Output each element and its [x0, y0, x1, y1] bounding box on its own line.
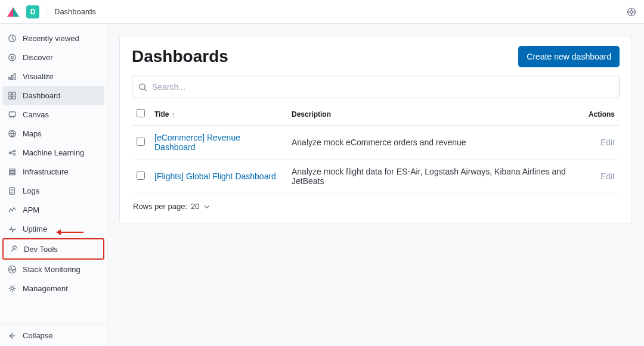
breadcrumb[interactable]: Dashboards [54, 7, 96, 16]
svg-rect-22 [9, 173, 14, 174]
sidebar-item-label: Management [23, 284, 68, 293]
sidebar-item-recently-viewed[interactable]: Recently viewed [2, 29, 104, 48]
table-row: [eCommerce] Revenue DashboardAnalyze moc… [132, 126, 620, 160]
svg-point-18 [13, 150, 15, 152]
svg-line-27 [11, 248, 14, 251]
sidebar-item-infrastructure[interactable]: Infrastructure [2, 162, 104, 181]
logs-icon [7, 186, 17, 195]
edit-link[interactable]: Edit [600, 172, 615, 181]
sidebar-item-label: Machine Learning [23, 148, 84, 157]
svg-rect-11 [8, 92, 11, 95]
sidebar-item-label: Logs [23, 186, 39, 195]
table-row: [Flights] Global Flight DashboardAnalyze… [132, 160, 620, 194]
svg-point-7 [8, 54, 15, 60]
sidebar-item-label: Canvas [23, 110, 49, 119]
sidebar-item-label: Dashboard [23, 91, 61, 100]
svg-rect-21 [9, 171, 14, 173]
svg-point-19 [13, 153, 15, 155]
sidebar-item-visualize[interactable]: Visualize [2, 67, 104, 86]
select-all-checkbox[interactable] [137, 109, 145, 117]
pager-value: 20 [191, 202, 199, 211]
kibana-logo-icon[interactable] [7, 6, 19, 18]
dashboards-table: Title↑ Description Actions [eCommerce] R… [132, 103, 620, 194]
pager-label: Rows per page: [133, 202, 187, 211]
recently-viewed-icon [7, 33, 17, 43]
sidebar-item-label: Stack Monitoring [23, 265, 80, 274]
sidebar-item-dashboard[interactable]: Dashboard [2, 86, 104, 105]
sidebar-item-stack-monitoring[interactable]: Stack Monitoring [2, 260, 104, 279]
devtools-icon [8, 244, 18, 254]
search-input[interactable] [152, 82, 613, 92]
create-dashboard-button[interactable]: Create new dashboard [518, 46, 620, 67]
sidebar-item-uptime[interactable]: Uptime [2, 219, 104, 238]
search-box[interactable] [132, 76, 620, 98]
svg-line-32 [144, 89, 147, 91]
sidebar-item-label: Recently viewed [23, 34, 79, 43]
search-icon [138, 83, 147, 92]
sidebar-item-discover[interactable]: Discover [2, 48, 104, 67]
sidebar-item-canvas[interactable]: Canvas [2, 105, 104, 124]
uptime-icon [7, 224, 17, 233]
svg-rect-20 [9, 169, 14, 170]
sidebar-item-devtools[interactable]: Dev Tools [2, 238, 104, 260]
row-checkbox[interactable] [137, 138, 145, 146]
row-checkbox[interactable] [137, 172, 145, 180]
sidebar-item-label: Infrastructure [23, 167, 69, 176]
column-description: Description [292, 110, 331, 119]
sidebar-item-maps[interactable]: Maps [2, 124, 104, 143]
management-icon [7, 283, 17, 293]
sidebar-item-logs[interactable]: Logs [2, 181, 104, 200]
sort-asc-icon[interactable]: ↑ [171, 111, 175, 118]
divider [47, 5, 47, 18]
collapse-button[interactable]: Collapse [0, 325, 107, 346]
svg-rect-8 [8, 77, 10, 79]
sidebar-item-label: Visualize [23, 72, 54, 81]
svg-rect-15 [9, 111, 15, 116]
rows-per-page[interactable]: Rows per page: 20 [132, 194, 620, 212]
column-title[interactable]: Title [154, 110, 169, 119]
chevron-down-icon [203, 203, 210, 210]
help-icon[interactable] [626, 7, 637, 17]
arrow-left-icon [7, 332, 17, 340]
apm-icon [7, 205, 17, 214]
dashboard-description: Analyze mock eCommerce orders and revenu… [292, 138, 466, 147]
svg-point-29 [11, 287, 13, 289]
sidebar-item-label: Uptime [23, 225, 47, 233]
ml-icon [7, 148, 17, 157]
infrastructure-icon [7, 167, 17, 176]
canvas-icon [7, 110, 17, 119]
content-area: Dashboards Create new dashboard Title↑ D… [107, 24, 644, 346]
dashboard-icon [7, 91, 17, 100]
dashboard-title-link[interactable]: [eCommerce] Revenue Dashboard [154, 133, 240, 152]
sidebar: Recently viewedDiscoverVisualizeDashboar… [0, 24, 107, 346]
svg-point-31 [140, 83, 145, 89]
svg-rect-9 [11, 75, 13, 79]
visualize-icon [7, 71, 17, 81]
sidebar-item-label: APM [23, 205, 39, 214]
svg-rect-12 [13, 92, 16, 95]
dashboards-panel: Dashboards Create new dashboard Title↑ D… [119, 36, 632, 223]
maps-icon [7, 129, 17, 138]
discover-icon [7, 52, 17, 62]
app-badge[interactable]: D [26, 5, 39, 18]
dashboard-description: Analyze mock flight data for ES-Air, Log… [292, 167, 566, 186]
stack-monitoring-icon [7, 264, 17, 274]
svg-rect-10 [14, 73, 15, 79]
sidebar-item-management[interactable]: Management [2, 279, 104, 298]
svg-rect-14 [13, 96, 16, 99]
sidebar-item-label: Maps [23, 129, 42, 138]
column-actions: Actions [589, 110, 615, 119]
sidebar-item-label: Discover [23, 53, 53, 62]
dashboard-title-link[interactable]: [Flights] Global Flight Dashboard [154, 172, 276, 181]
svg-rect-13 [8, 96, 11, 99]
edit-link[interactable]: Edit [600, 138, 615, 147]
top-bar: D Dashboards [0, 0, 644, 24]
sidebar-item-label: Dev Tools [24, 245, 58, 254]
collapse-label: Collapse [23, 331, 53, 340]
page-title: Dashboards [132, 47, 228, 66]
svg-point-17 [9, 152, 11, 154]
sidebar-item-apm[interactable]: APM [2, 200, 104, 219]
svg-point-1 [630, 10, 633, 13]
sidebar-item-ml[interactable]: Machine Learning [2, 143, 104, 162]
